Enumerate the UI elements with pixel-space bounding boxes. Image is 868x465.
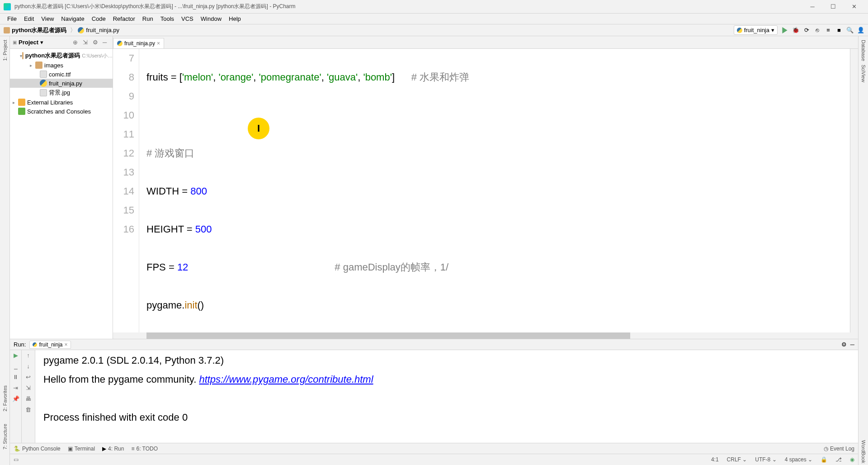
chevron-down-icon[interactable]: ▾: [40, 39, 43, 46]
menu-view[interactable]: View: [38, 15, 57, 22]
rerun-icon[interactable]: ▶: [12, 351, 20, 359]
stop-icon[interactable]: ⎯: [12, 362, 20, 370]
maximize-button[interactable]: ☐: [823, 0, 844, 14]
status-lock-icon[interactable]: 🔒: [821, 456, 827, 463]
print-icon[interactable]: 🖶: [24, 394, 33, 403]
editor-overview-ruler[interactable]: [850, 49, 858, 332]
run-label: Run:: [14, 341, 26, 348]
caret-right-icon[interactable]: ▸: [30, 63, 35, 68]
menu-bar: File Edit View Navigate Code Refactor Ru…: [0, 14, 868, 24]
soft-wrap-icon[interactable]: ↩: [24, 373, 33, 381]
attach-button[interactable]: ≡: [825, 27, 832, 34]
tree-file-comic[interactable]: comic.ttf: [10, 70, 113, 79]
code-editor[interactable]: 7 8 9 10 11 12 13 14 15 16 fruits = ['me…: [113, 49, 858, 332]
close-button[interactable]: ✕: [844, 0, 864, 14]
emoji-button[interactable]: 👤: [857, 27, 864, 34]
tab-wordbook[interactable]: WordBook: [861, 438, 866, 465]
scroll-to-end-icon[interactable]: ⇲: [24, 384, 33, 392]
stop-button[interactable]: ■: [835, 27, 843, 34]
close-icon[interactable]: ×: [65, 342, 68, 348]
tree-folder-images[interactable]: ▸ images: [10, 61, 113, 70]
tab-python-console[interactable]: 🐍 Python Console: [14, 446, 61, 452]
menu-window[interactable]: Window: [197, 15, 225, 22]
caret-right-icon[interactable]: ▸: [13, 100, 18, 105]
exit-icon[interactable]: ⇥: [12, 384, 20, 392]
profile-button[interactable]: ⎋: [814, 27, 821, 34]
run-button[interactable]: [781, 27, 788, 34]
project-panel-header: ▣ Project ▾ ⊕ ⇲ ⚙ ─: [10, 36, 113, 49]
status-git-icon[interactable]: ⎇: [835, 456, 842, 463]
tab-project[interactable]: 1: Project: [2, 38, 8, 62]
editor-horizontal-scrollbar[interactable]: [113, 332, 858, 339]
code-lines[interactable]: fruits = ['melon', 'orange', 'pomegranat…: [139, 49, 850, 332]
pycharm-icon: [4, 3, 11, 10]
menu-file[interactable]: File: [4, 15, 20, 22]
menu-tools[interactable]: Tools: [157, 15, 178, 22]
python-icon: [40, 80, 47, 87]
menu-code[interactable]: Code: [88, 15, 109, 22]
close-tab-icon[interactable]: ×: [157, 40, 160, 47]
menu-vcs[interactable]: VCS: [178, 15, 197, 22]
gear-icon[interactable]: ⚙: [841, 341, 847, 348]
status-left-icon[interactable]: ▭: [14, 456, 19, 463]
minimize-button[interactable]: ─: [802, 0, 823, 14]
status-indent[interactable]: 4 spaces ⌄: [785, 456, 812, 463]
python-icon: [33, 342, 37, 347]
project-tree[interactable]: ▾ python水果忍者源码 C:\Users\小… ▸ images comi…: [10, 49, 113, 339]
run-tab[interactable]: fruit_ninja ×: [29, 341, 71, 349]
window-title: python水果忍者源码 [C:\Users\小米\Desktop\python…: [14, 3, 802, 10]
trash-icon[interactable]: 📌: [12, 394, 20, 403]
scrollbar-thumb[interactable]: [146, 332, 630, 339]
tab-favorites[interactable]: 2: Favorites: [2, 384, 8, 413]
tab-database[interactable]: Database: [861, 38, 866, 63]
down-icon[interactable]: ↓: [24, 362, 33, 370]
project-panel-title: Project: [19, 39, 38, 46]
status-caret-pos[interactable]: 4:1: [711, 456, 719, 463]
hide-icon[interactable]: ─: [103, 39, 110, 46]
tab-structure[interactable]: 7: Structure: [2, 422, 8, 451]
up-icon[interactable]: ↑: [24, 351, 33, 359]
project-root[interactable]: ▾ python水果忍者源码 C:\Users\小…: [10, 51, 113, 61]
run-config-selector[interactable]: fruit_ninja ▾: [734, 25, 778, 35]
tab-event-log[interactable]: ◷ Event Log: [824, 446, 854, 452]
menu-run[interactable]: Run: [139, 15, 157, 22]
python-icon: [78, 27, 84, 33]
tree-file-bg[interactable]: 背景.jpg: [10, 88, 113, 98]
gear-icon[interactable]: ⚙: [93, 39, 100, 46]
file-icon: [40, 89, 47, 96]
status-line-sep[interactable]: CRLF ⌄: [727, 456, 747, 463]
editor-tab-fruit-ninja[interactable]: fruit_ninja.py ×: [113, 38, 164, 48]
title-bar: python水果忍者源码 [C:\Users\小米\Desktop\python…: [0, 0, 868, 14]
folder-icon: [35, 62, 42, 69]
locate-icon[interactable]: ⊕: [73, 39, 80, 46]
scratch-icon: [18, 108, 25, 115]
collapse-icon[interactable]: ⇲: [83, 39, 90, 46]
status-encoding[interactable]: UTF-8 ⌄: [755, 456, 776, 463]
search-button[interactable]: 🔍: [846, 27, 854, 34]
tab-todo[interactable]: ≡ 6: TODO: [131, 446, 158, 452]
project-panel: ▣ Project ▾ ⊕ ⇲ ⚙ ─ ▾ python水: [10, 36, 113, 339]
tree-file-fruit-ninja[interactable]: fruit_ninja.py: [10, 79, 113, 88]
tab-sciview[interactable]: SciView: [861, 63, 866, 84]
menu-navigate[interactable]: Navigate: [57, 15, 88, 22]
hide-icon[interactable]: ─: [850, 341, 854, 348]
menu-edit[interactable]: Edit: [20, 15, 38, 22]
breadcrumb-file[interactable]: fruit_ninja.py: [78, 27, 123, 33]
menu-help[interactable]: Help: [225, 15, 245, 22]
tab-run[interactable]: ▶ 4: Run: [102, 446, 124, 452]
menu-refactor[interactable]: Refactor: [109, 15, 139, 22]
delete-icon[interactable]: 🗑: [24, 405, 33, 413]
tree-external-libs[interactable]: ▸ External Libraries: [10, 98, 113, 107]
tab-terminal[interactable]: ▣ Terminal: [68, 446, 95, 452]
debug-button[interactable]: 🐞: [792, 27, 799, 34]
console-link[interactable]: https://www.pygame.org/contribute.html: [199, 374, 373, 385]
run-tool-window: Run: fruit_ninja × ⚙ ─ ▶ ⎯ ⏸ ⇥: [10, 339, 858, 443]
run-with-coverage-button[interactable]: ⟳: [803, 27, 810, 34]
run-console[interactable]: pygame 2.0.1 (SDL 2.0.14, Python 3.7.2) …: [35, 350, 858, 443]
folder-icon: [4, 27, 10, 33]
breadcrumb-project[interactable]: python水果忍者源码: [4, 26, 68, 34]
line-gutter: 7 8 9 10 11 12 13 14 15 16: [113, 49, 139, 332]
pause-icon[interactable]: ⏸: [12, 373, 20, 381]
tree-scratches[interactable]: Scratches and Consoles: [10, 107, 113, 116]
status-inspect-icon[interactable]: ◉: [850, 456, 854, 463]
